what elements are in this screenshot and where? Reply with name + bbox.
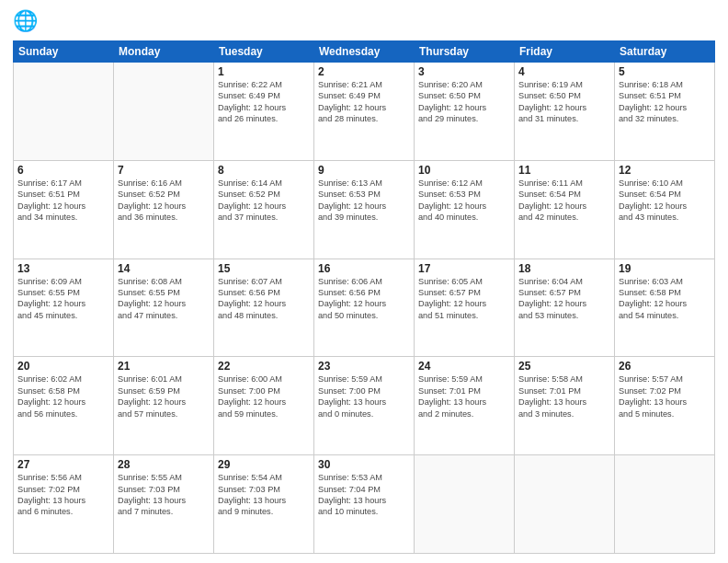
day-info: Sunrise: 5:59 AM Sunset: 7:01 PM Dayligh… xyxy=(418,373,510,419)
calendar-cell: 19Sunrise: 6:03 AM Sunset: 6:58 PM Dayli… xyxy=(615,259,715,357)
logo-icon: 🌐 xyxy=(13,9,39,35)
day-info: Sunrise: 6:11 AM Sunset: 6:54 PM Dayligh… xyxy=(518,178,610,224)
weekday-header-saturday: Saturday xyxy=(615,41,715,63)
day-info: Sunrise: 5:53 AM Sunset: 7:04 PM Dayligh… xyxy=(318,472,410,518)
calendar-cell: 1Sunrise: 6:22 AM Sunset: 6:49 PM Daylig… xyxy=(214,63,314,161)
calendar-cell: 21Sunrise: 6:01 AM Sunset: 6:59 PM Dayli… xyxy=(114,357,214,455)
calendar-cell: 17Sunrise: 6:05 AM Sunset: 6:57 PM Dayli… xyxy=(415,259,515,357)
calendar-cell: 9Sunrise: 6:13 AM Sunset: 6:53 PM Daylig… xyxy=(314,160,415,259)
day-info: Sunrise: 6:10 AM Sunset: 6:54 PM Dayligh… xyxy=(619,178,711,224)
calendar-cell: 3Sunrise: 6:20 AM Sunset: 6:50 PM Daylig… xyxy=(415,63,515,161)
day-info: Sunrise: 6:06 AM Sunset: 6:56 PM Dayligh… xyxy=(318,276,410,322)
calendar-cell: 2Sunrise: 6:21 AM Sunset: 6:49 PM Daylig… xyxy=(314,63,415,161)
day-number: 8 xyxy=(218,164,310,177)
calendar-cell: 4Sunrise: 6:19 AM Sunset: 6:50 PM Daylig… xyxy=(515,63,615,161)
calendar-week-0: 1Sunrise: 6:22 AM Sunset: 6:49 PM Daylig… xyxy=(14,63,715,161)
day-info: Sunrise: 6:05 AM Sunset: 6:57 PM Dayligh… xyxy=(418,276,510,322)
day-number: 5 xyxy=(619,65,711,78)
day-number: 6 xyxy=(17,164,109,177)
day-number: 11 xyxy=(518,164,610,177)
weekday-row: SundayMondayTuesdayWednesdayThursdayFrid… xyxy=(14,41,715,63)
calendar-week-1: 6Sunrise: 6:17 AM Sunset: 6:51 PM Daylig… xyxy=(14,160,715,259)
calendar-cell xyxy=(515,455,615,554)
day-info: Sunrise: 6:12 AM Sunset: 6:53 PM Dayligh… xyxy=(418,178,510,224)
calendar-table: SundayMondayTuesdayWednesdayThursdayFrid… xyxy=(13,40,715,554)
calendar-cell xyxy=(615,455,715,554)
day-number: 24 xyxy=(418,360,510,373)
calendar-cell xyxy=(114,63,214,161)
day-info: Sunrise: 6:19 AM Sunset: 6:50 PM Dayligh… xyxy=(518,79,610,125)
day-number: 22 xyxy=(218,360,310,373)
calendar-cell: 20Sunrise: 6:02 AM Sunset: 6:58 PM Dayli… xyxy=(14,357,114,455)
day-number: 4 xyxy=(518,65,610,78)
day-number: 28 xyxy=(118,458,210,471)
day-number: 1 xyxy=(218,65,310,78)
calendar-cell: 26Sunrise: 5:57 AM Sunset: 7:02 PM Dayli… xyxy=(615,357,715,455)
day-number: 14 xyxy=(118,262,210,275)
weekday-header-thursday: Thursday xyxy=(415,41,515,63)
calendar-cell: 27Sunrise: 5:56 AM Sunset: 7:02 PM Dayli… xyxy=(14,455,114,554)
day-info: Sunrise: 6:20 AM Sunset: 6:50 PM Dayligh… xyxy=(418,79,510,125)
weekday-header-friday: Friday xyxy=(515,41,615,63)
calendar-week-4: 27Sunrise: 5:56 AM Sunset: 7:02 PM Dayli… xyxy=(14,455,715,554)
day-info: Sunrise: 6:14 AM Sunset: 6:52 PM Dayligh… xyxy=(218,178,310,224)
day-number: 3 xyxy=(418,65,510,78)
calendar-cell: 14Sunrise: 6:08 AM Sunset: 6:55 PM Dayli… xyxy=(114,259,214,357)
calendar-cell: 6Sunrise: 6:17 AM Sunset: 6:51 PM Daylig… xyxy=(14,160,114,259)
calendar-cell: 13Sunrise: 6:09 AM Sunset: 6:55 PM Dayli… xyxy=(14,259,114,357)
calendar-cell: 30Sunrise: 5:53 AM Sunset: 7:04 PM Dayli… xyxy=(314,455,415,554)
weekday-header-wednesday: Wednesday xyxy=(314,41,415,63)
calendar-cell: 5Sunrise: 6:18 AM Sunset: 6:51 PM Daylig… xyxy=(615,63,715,161)
day-info: Sunrise: 6:02 AM Sunset: 6:58 PM Dayligh… xyxy=(17,373,109,419)
day-info: Sunrise: 6:09 AM Sunset: 6:55 PM Dayligh… xyxy=(17,276,109,322)
calendar-cell: 8Sunrise: 6:14 AM Sunset: 6:52 PM Daylig… xyxy=(214,160,314,259)
calendar-cell: 10Sunrise: 6:12 AM Sunset: 6:53 PM Dayli… xyxy=(415,160,515,259)
page: 🌐 SundayMondayTuesdayWednesdayThursdayFr… xyxy=(0,0,728,563)
calendar-cell: 7Sunrise: 6:16 AM Sunset: 6:52 PM Daylig… xyxy=(114,160,214,259)
day-number: 26 xyxy=(619,360,711,373)
day-number: 23 xyxy=(318,360,410,373)
day-number: 9 xyxy=(318,164,410,177)
day-number: 25 xyxy=(518,360,610,373)
day-info: Sunrise: 5:59 AM Sunset: 7:00 PM Dayligh… xyxy=(318,373,410,419)
calendar-cell: 28Sunrise: 5:55 AM Sunset: 7:03 PM Dayli… xyxy=(114,455,214,554)
calendar-cell: 11Sunrise: 6:11 AM Sunset: 6:54 PM Dayli… xyxy=(515,160,615,259)
day-info: Sunrise: 6:01 AM Sunset: 6:59 PM Dayligh… xyxy=(118,373,210,419)
calendar-cell: 15Sunrise: 6:07 AM Sunset: 6:56 PM Dayli… xyxy=(214,259,314,357)
day-info: Sunrise: 5:58 AM Sunset: 7:01 PM Dayligh… xyxy=(518,373,610,419)
calendar-cell: 25Sunrise: 5:58 AM Sunset: 7:01 PM Dayli… xyxy=(515,357,615,455)
day-number: 18 xyxy=(518,262,610,275)
day-number: 30 xyxy=(318,458,410,471)
day-number: 12 xyxy=(619,164,711,177)
day-info: Sunrise: 6:17 AM Sunset: 6:51 PM Dayligh… xyxy=(17,178,109,224)
day-info: Sunrise: 6:03 AM Sunset: 6:58 PM Dayligh… xyxy=(619,276,711,322)
day-number: 15 xyxy=(218,262,310,275)
calendar-cell: 22Sunrise: 6:00 AM Sunset: 7:00 PM Dayli… xyxy=(214,357,314,455)
day-info: Sunrise: 6:07 AM Sunset: 6:56 PM Dayligh… xyxy=(218,276,310,322)
day-number: 17 xyxy=(418,262,510,275)
day-info: Sunrise: 5:54 AM Sunset: 7:03 PM Dayligh… xyxy=(218,472,310,518)
calendar-cell: 12Sunrise: 6:10 AM Sunset: 6:54 PM Dayli… xyxy=(615,160,715,259)
day-number: 21 xyxy=(118,360,210,373)
day-info: Sunrise: 5:55 AM Sunset: 7:03 PM Dayligh… xyxy=(118,472,210,518)
day-number: 2 xyxy=(318,65,410,78)
calendar-cell xyxy=(14,63,114,161)
weekday-header-sunday: Sunday xyxy=(14,41,114,63)
day-number: 20 xyxy=(17,360,109,373)
header: 🌐 xyxy=(13,9,715,35)
svg-text:🌐: 🌐 xyxy=(13,9,39,33)
calendar-cell: 29Sunrise: 5:54 AM Sunset: 7:03 PM Dayli… xyxy=(214,455,314,554)
day-info: Sunrise: 6:21 AM Sunset: 6:49 PM Dayligh… xyxy=(318,79,410,125)
calendar-week-2: 13Sunrise: 6:09 AM Sunset: 6:55 PM Dayli… xyxy=(14,259,715,357)
calendar-header: SundayMondayTuesdayWednesdayThursdayFrid… xyxy=(14,41,715,63)
day-info: Sunrise: 6:00 AM Sunset: 7:00 PM Dayligh… xyxy=(218,373,310,419)
calendar-week-3: 20Sunrise: 6:02 AM Sunset: 6:58 PM Dayli… xyxy=(14,357,715,455)
calendar-cell: 24Sunrise: 5:59 AM Sunset: 7:01 PM Dayli… xyxy=(415,357,515,455)
day-info: Sunrise: 6:13 AM Sunset: 6:53 PM Dayligh… xyxy=(318,178,410,224)
day-info: Sunrise: 5:56 AM Sunset: 7:02 PM Dayligh… xyxy=(17,472,109,518)
day-number: 10 xyxy=(418,164,510,177)
day-info: Sunrise: 6:08 AM Sunset: 6:55 PM Dayligh… xyxy=(118,276,210,322)
day-info: Sunrise: 6:04 AM Sunset: 6:57 PM Dayligh… xyxy=(518,276,610,322)
weekday-header-tuesday: Tuesday xyxy=(214,41,314,63)
logo: 🌐 xyxy=(13,9,42,35)
